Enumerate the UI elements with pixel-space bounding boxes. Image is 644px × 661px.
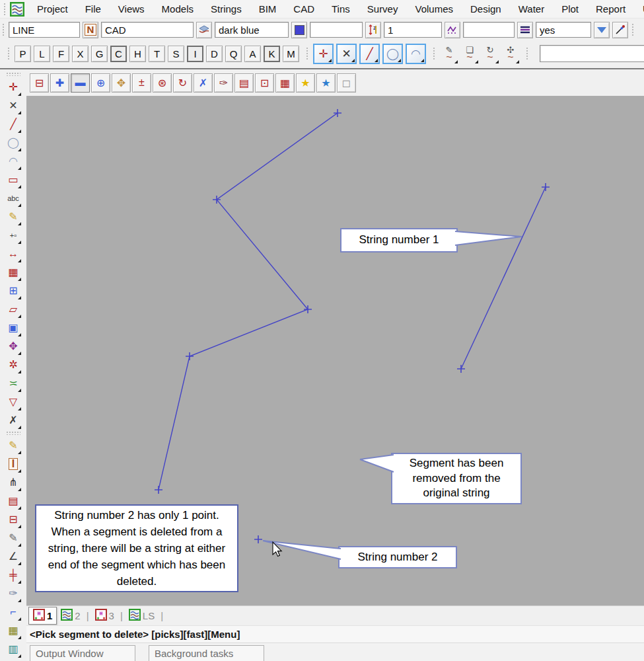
add-model-icon[interactable]: ✚ xyxy=(50,73,69,93)
circle-snap-icon[interactable]: ◯ xyxy=(382,44,403,64)
toolbar-grip[interactable] xyxy=(2,23,5,36)
tinable-input[interactable] xyxy=(536,22,591,38)
edit-string-icon[interactable]: ✎ xyxy=(5,436,22,455)
toolbar-grip[interactable] xyxy=(3,3,7,16)
menu-cad[interactable]: CAD xyxy=(285,3,323,15)
create-point-cross-icon[interactable]: ✕ xyxy=(5,97,22,115)
angle-icon[interactable]: ∠ xyxy=(5,547,22,566)
original-string[interactable] xyxy=(159,113,338,490)
toolbar-grip[interactable] xyxy=(7,47,11,60)
snap-toggle-icon[interactable]: ✗ xyxy=(194,73,213,93)
tinable-dropdown-button[interactable] xyxy=(594,22,610,38)
create-polygon-icon[interactable]: ▱ xyxy=(5,300,22,319)
redraw-brush-icon[interactable]: ✑ xyxy=(214,73,233,93)
move-point-icon[interactable]: ✲ xyxy=(5,356,22,374)
vertex-marker[interactable] xyxy=(334,109,341,117)
segment-colours-icon[interactable]: ≍ xyxy=(5,374,22,393)
pipeline-icon[interactable]: ⌐ xyxy=(5,603,22,621)
copy-string-icon[interactable]: ❏~ xyxy=(460,43,479,64)
survey-icon[interactable]: ⋔ xyxy=(5,473,22,492)
snap-key-q[interactable]: Q xyxy=(225,46,242,62)
copy-window-icon[interactable]: ⊞ xyxy=(5,282,22,300)
snap-key-p[interactable]: P xyxy=(15,46,31,62)
favourites-yellow-star-icon[interactable]: ★ xyxy=(296,73,315,93)
create-rectangle-icon[interactable]: ▭ xyxy=(5,171,22,189)
menu-report[interactable]: Report xyxy=(587,3,634,15)
menu-file[interactable]: File xyxy=(77,3,110,15)
plan-calc-icon[interactable]: ▦ xyxy=(5,621,22,640)
background-tasks-panel[interactable]: Background tasks xyxy=(149,645,264,661)
snap-key-g[interactable]: G xyxy=(91,46,108,62)
toolbar-grip[interactable] xyxy=(433,47,436,60)
grid-view-icon[interactable]: ▦ xyxy=(275,73,295,93)
menu-utilities[interactable]: Utilities xyxy=(634,3,644,15)
string-number-1[interactable] xyxy=(461,187,546,369)
explode-string-icon[interactable]: ✣~ xyxy=(501,43,520,64)
name-toggle-button[interactable]: N xyxy=(83,22,98,38)
measure-icon[interactable]: ↔ xyxy=(5,245,22,263)
snap-key-x[interactable]: X xyxy=(72,46,89,62)
output-window-panel[interactable]: Output Window xyxy=(30,645,135,661)
menu-bim[interactable]: BIM xyxy=(250,3,285,15)
cross-snap-icon[interactable]: ✕ xyxy=(336,44,357,64)
style-input[interactable] xyxy=(463,22,515,38)
create-line-icon[interactable]: ╱ xyxy=(5,115,22,134)
arrange-view-icon[interactable]: ◻ xyxy=(337,73,356,93)
menu-volumes[interactable]: Volumes xyxy=(406,3,462,15)
remove-model-icon[interactable]: ▬ xyxy=(71,73,90,93)
vertex-marker[interactable] xyxy=(254,535,262,543)
menu-design[interactable]: Design xyxy=(462,3,510,15)
line-snap-icon[interactable]: ╱ xyxy=(359,44,380,64)
vertex-marker[interactable] xyxy=(542,183,550,191)
menu-strings[interactable]: Strings xyxy=(202,3,250,15)
snap-key-d[interactable]: D xyxy=(206,46,223,62)
command-input[interactable] xyxy=(540,45,644,62)
create-symbol-icon[interactable]: ✎ xyxy=(5,208,22,226)
snap-key-s[interactable]: S xyxy=(168,46,184,62)
cross-section-icon[interactable]: ⊟ xyxy=(5,510,22,529)
zoom-scale-icon[interactable]: ± xyxy=(132,73,151,93)
eyedropper-button[interactable] xyxy=(612,22,628,38)
view-tab-ls[interactable]: LS xyxy=(125,607,159,624)
edit-note-icon[interactable]: ▤ xyxy=(5,492,22,510)
close-string-icon[interactable]: ▽ xyxy=(5,393,22,411)
snap-key-k[interactable]: K xyxy=(264,46,280,62)
colour-input[interactable] xyxy=(215,22,289,38)
toolbar-grip[interactable] xyxy=(306,47,309,60)
insert-vertex-icon[interactable]: +▫ xyxy=(5,226,22,245)
snap-key-c[interactable]: C xyxy=(110,46,127,62)
point-snap-icon[interactable]: ✛ xyxy=(313,44,334,64)
translate-icon[interactable]: ✥ xyxy=(5,337,22,356)
plot-icon[interactable]: ▤ xyxy=(234,73,254,93)
edit-wave-icon[interactable]: ✎ xyxy=(5,529,22,547)
view-tab-1[interactable]: 1 xyxy=(28,607,57,625)
snap-key-i[interactable]: I xyxy=(187,46,203,62)
view-tab-2[interactable]: 2 xyxy=(57,607,84,624)
snap-key-t[interactable]: T xyxy=(149,46,165,62)
vertex-marker[interactable] xyxy=(457,365,465,373)
snap-key-l[interactable]: L xyxy=(34,46,50,62)
vertex-marker[interactable] xyxy=(186,352,194,360)
view-tab-3[interactable]: 3 xyxy=(91,607,118,624)
railway-icon[interactable]: ╪ xyxy=(5,566,22,584)
create-grid-icon[interactable]: ▦ xyxy=(5,263,22,282)
model-picker-icon[interactable] xyxy=(196,22,212,38)
create-circle-icon[interactable]: ◯ xyxy=(5,134,22,152)
edit-string-icon[interactable]: ✎~ xyxy=(440,43,458,64)
menu-views[interactable]: Views xyxy=(110,3,153,15)
create-text-icon[interactable]: abc xyxy=(5,189,22,208)
menu-tins[interactable]: Tins xyxy=(323,3,359,15)
toolbar-grip[interactable] xyxy=(526,47,529,60)
view-menu-icon[interactable]: ⊟ xyxy=(30,73,49,93)
delete-point-icon[interactable]: ✗ xyxy=(5,411,22,430)
toolbar-grip[interactable] xyxy=(631,23,635,36)
menu-models[interactable]: Models xyxy=(153,3,202,15)
model-input[interactable] xyxy=(101,22,194,38)
create-arc-icon[interactable]: ◠ xyxy=(5,152,22,171)
snap-key-m[interactable]: M xyxy=(283,46,299,62)
weight-picker-icon[interactable] xyxy=(445,22,460,38)
snap-key-a[interactable]: A xyxy=(244,46,261,62)
vertex-marker[interactable] xyxy=(155,486,162,494)
menu-project[interactable]: Project xyxy=(28,3,77,15)
insert-image-icon[interactable]: ▣ xyxy=(5,319,22,337)
